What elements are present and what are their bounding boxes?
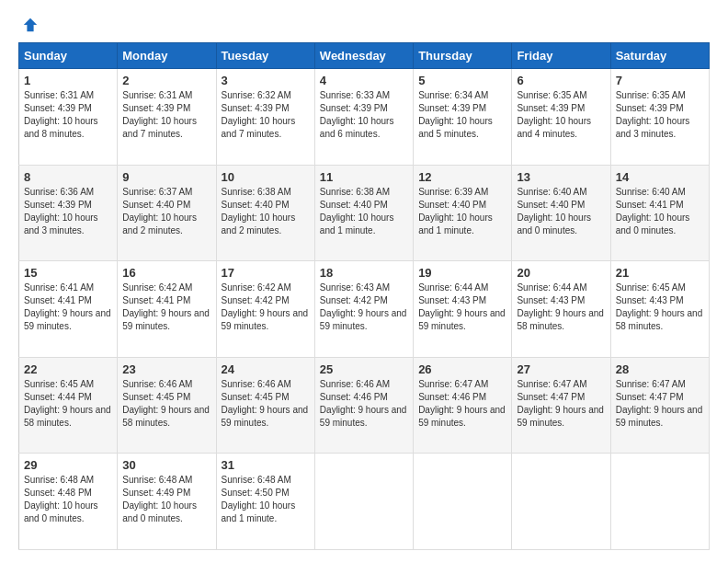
day-number: 13 (517, 170, 605, 184)
daylight-label: Daylight: 9 hours and 59 minutes. (320, 405, 407, 428)
calendar-cell: 20 Sunrise: 6:44 AM Sunset: 4:43 PM Dayl… (512, 261, 610, 358)
day-info: Sunrise: 6:33 AM Sunset: 4:39 PM Dayligh… (320, 89, 408, 141)
day-info: Sunrise: 6:45 AM Sunset: 4:44 PM Dayligh… (24, 378, 112, 430)
sunset-label: Sunset: 4:41 PM (122, 295, 190, 305)
day-number: 27 (517, 362, 605, 376)
daylight-label: Daylight: 10 hours and 8 minutes. (24, 116, 98, 139)
daylight-label: Daylight: 9 hours and 59 minutes. (320, 308, 407, 331)
sunrise-label: Sunrise: 6:38 AM (222, 187, 291, 197)
daylight-label: Daylight: 9 hours and 59 minutes. (222, 308, 309, 331)
weekday-saturday: Saturday (610, 43, 709, 69)
day-number: 18 (320, 266, 408, 280)
sunset-label: Sunset: 4:43 PM (616, 295, 684, 305)
day-info: Sunrise: 6:45 AM Sunset: 4:43 PM Dayligh… (616, 282, 704, 333)
calendar-cell: 13 Sunrise: 6:40 AM Sunset: 4:40 PM Dayl… (512, 165, 610, 261)
daylight-label: Daylight: 10 hours and 5 minutes. (418, 116, 493, 139)
day-info: Sunrise: 6:38 AM Sunset: 4:40 PM Dayligh… (320, 186, 408, 237)
calendar-cell: 15 Sunrise: 6:41 AM Sunset: 4:41 PM Dayl… (19, 261, 118, 358)
daylight-label: Daylight: 9 hours and 59 minutes. (517, 405, 604, 428)
calendar-table: SundayMondayTuesdayWednesdayThursdayFrid… (18, 42, 710, 550)
sunset-label: Sunset: 4:41 PM (24, 295, 92, 305)
day-number: 11 (320, 170, 408, 184)
calendar-cell: 16 Sunrise: 6:42 AM Sunset: 4:41 PM Dayl… (118, 261, 216, 358)
day-info: Sunrise: 6:35 AM Sunset: 4:39 PM Dayligh… (616, 89, 704, 141)
sunset-label: Sunset: 4:47 PM (517, 392, 585, 402)
day-number: 31 (222, 458, 310, 472)
weekday-friday: Friday (512, 43, 610, 69)
day-info: Sunrise: 6:40 AM Sunset: 4:41 PM Dayligh… (616, 186, 704, 237)
logo-icon (22, 17, 39, 33)
day-info: Sunrise: 6:42 AM Sunset: 4:41 PM Dayligh… (122, 282, 210, 333)
calendar-cell: 24 Sunrise: 6:46 AM Sunset: 4:45 PM Dayl… (216, 357, 314, 454)
calendar-cell: 7 Sunrise: 6:35 AM Sunset: 4:39 PM Dayli… (610, 69, 709, 166)
sunrise-label: Sunrise: 6:31 AM (122, 90, 192, 100)
sunrise-label: Sunrise: 6:41 AM (24, 282, 94, 293)
day-info: Sunrise: 6:32 AM Sunset: 4:39 PM Dayligh… (222, 89, 310, 141)
sunset-label: Sunset: 4:46 PM (418, 392, 486, 402)
day-number: 28 (616, 362, 704, 376)
day-number: 23 (122, 362, 210, 376)
sunrise-label: Sunrise: 6:48 AM (222, 475, 291, 485)
daylight-label: Daylight: 10 hours and 4 minutes. (517, 116, 591, 139)
daylight-label: Daylight: 10 hours and 7 minutes. (122, 116, 197, 139)
calendar-cell: 31 Sunrise: 6:48 AM Sunset: 4:50 PM Dayl… (216, 454, 314, 550)
daylight-label: Daylight: 10 hours and 6 minutes. (320, 116, 394, 139)
daylight-label: Daylight: 9 hours and 59 minutes. (222, 405, 309, 428)
sunrise-label: Sunrise: 6:40 AM (616, 187, 686, 197)
day-info: Sunrise: 6:47 AM Sunset: 4:47 PM Dayligh… (517, 378, 605, 430)
day-info: Sunrise: 6:38 AM Sunset: 4:40 PM Dayligh… (222, 186, 310, 237)
calendar-week-3: 15 Sunrise: 6:41 AM Sunset: 4:41 PM Dayl… (19, 261, 710, 358)
sunrise-label: Sunrise: 6:34 AM (418, 90, 488, 100)
sunrise-label: Sunrise: 6:35 AM (616, 90, 686, 100)
sunset-label: Sunset: 4:50 PM (222, 488, 290, 498)
day-number: 12 (418, 170, 506, 184)
day-number: 22 (24, 362, 112, 376)
calendar-week-1: 1 Sunrise: 6:31 AM Sunset: 4:39 PM Dayli… (19, 69, 710, 166)
calendar-header: SundayMondayTuesdayWednesdayThursdayFrid… (19, 43, 710, 69)
calendar-cell: 29 Sunrise: 6:48 AM Sunset: 4:48 PM Dayl… (19, 454, 118, 550)
calendar-week-5: 29 Sunrise: 6:48 AM Sunset: 4:48 PM Dayl… (19, 454, 710, 550)
sunset-label: Sunset: 4:43 PM (418, 295, 486, 305)
day-info: Sunrise: 6:36 AM Sunset: 4:39 PM Dayligh… (24, 186, 112, 237)
calendar-cell (610, 454, 709, 550)
sunrise-label: Sunrise: 6:47 AM (517, 379, 586, 389)
sunset-label: Sunset: 4:45 PM (222, 392, 290, 402)
sunrise-label: Sunrise: 6:48 AM (122, 475, 192, 485)
calendar-cell: 25 Sunrise: 6:46 AM Sunset: 4:46 PM Dayl… (314, 357, 413, 454)
day-info: Sunrise: 6:35 AM Sunset: 4:39 PM Dayligh… (517, 89, 605, 141)
calendar-cell: 2 Sunrise: 6:31 AM Sunset: 4:39 PM Dayli… (118, 69, 216, 166)
sunrise-label: Sunrise: 6:43 AM (320, 282, 390, 293)
daylight-label: Daylight: 10 hours and 0 minutes. (24, 500, 98, 523)
sunset-label: Sunset: 4:40 PM (122, 200, 190, 210)
logo (18, 17, 39, 33)
day-number: 30 (122, 458, 210, 472)
day-number: 1 (24, 74, 112, 87)
day-info: Sunrise: 6:39 AM Sunset: 4:40 PM Dayligh… (418, 186, 506, 237)
header (18, 17, 710, 33)
sunset-label: Sunset: 4:42 PM (222, 295, 290, 305)
calendar-cell: 28 Sunrise: 6:47 AM Sunset: 4:47 PM Dayl… (610, 357, 709, 454)
weekday-wednesday: Wednesday (314, 43, 413, 69)
day-info: Sunrise: 6:48 AM Sunset: 4:49 PM Dayligh… (122, 474, 210, 525)
day-number: 19 (418, 266, 506, 280)
sunset-label: Sunset: 4:39 PM (320, 103, 388, 113)
sunrise-label: Sunrise: 6:35 AM (517, 90, 586, 100)
sunset-label: Sunset: 4:44 PM (24, 392, 92, 402)
day-number: 5 (418, 74, 506, 87)
day-number: 29 (24, 458, 112, 472)
sunrise-label: Sunrise: 6:38 AM (320, 187, 390, 197)
sunrise-label: Sunrise: 6:36 AM (24, 187, 94, 197)
sunset-label: Sunset: 4:49 PM (122, 488, 190, 498)
day-number: 17 (222, 266, 310, 280)
calendar-cell: 19 Sunrise: 6:44 AM Sunset: 4:43 PM Dayl… (414, 261, 512, 358)
sunrise-label: Sunrise: 6:42 AM (222, 282, 291, 293)
daylight-label: Daylight: 10 hours and 3 minutes. (24, 213, 98, 236)
sunset-label: Sunset: 4:43 PM (517, 295, 585, 305)
day-number: 15 (24, 266, 112, 280)
calendar-cell: 1 Sunrise: 6:31 AM Sunset: 4:39 PM Dayli… (19, 69, 118, 166)
calendar-cell: 18 Sunrise: 6:43 AM Sunset: 4:42 PM Dayl… (314, 261, 413, 358)
sunset-label: Sunset: 4:40 PM (222, 200, 290, 210)
daylight-label: Daylight: 9 hours and 58 minutes. (24, 405, 111, 428)
calendar-cell: 14 Sunrise: 6:40 AM Sunset: 4:41 PM Dayl… (610, 165, 709, 261)
sunrise-label: Sunrise: 6:33 AM (320, 90, 390, 100)
